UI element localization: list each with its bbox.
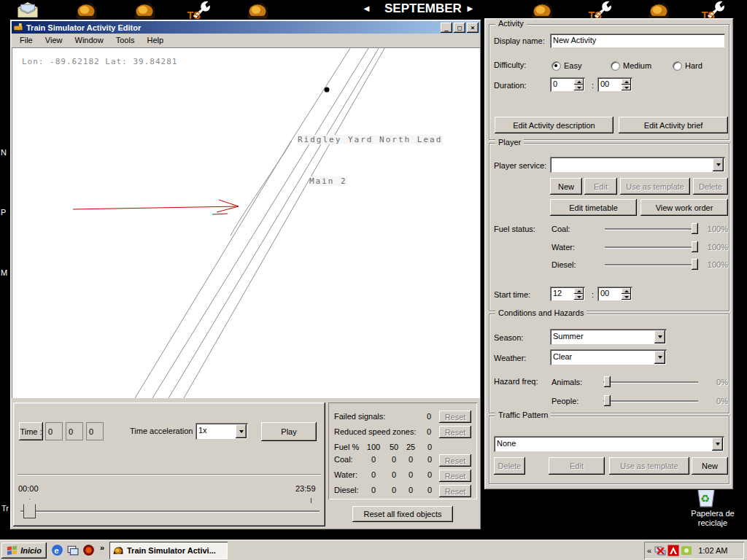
- difficulty-medium-label[interactable]: Medium: [623, 61, 651, 70]
- time-acceleration-select[interactable]: 1x: [196, 423, 248, 440]
- difficulty-easy-label[interactable]: Easy: [564, 61, 581, 70]
- difficulty-hard-label[interactable]: Hard: [685, 61, 703, 70]
- chevron-down-icon[interactable]: [236, 424, 247, 438]
- train-sim-icon[interactable]: [646, 1, 672, 20]
- people-slider-thumb[interactable]: [604, 395, 611, 406]
- spin-down-icon[interactable]: [574, 85, 584, 90]
- quick-launch-app-icon[interactable]: [82, 544, 95, 556]
- recycle-bin-label[interactable]: Papelera de: [678, 509, 747, 518]
- reset-coal-button[interactable]: Reset: [439, 454, 471, 467]
- edit-timetable-button[interactable]: Edit timetable: [550, 199, 637, 216]
- clock[interactable]: 1:02 AM: [698, 546, 727, 555]
- difficulty-hard-radio[interactable]: [673, 61, 682, 71]
- title-bar[interactable]: Train Simulator Activity Editor _ □ ×: [12, 21, 480, 34]
- menu-tools[interactable]: Tools: [111, 34, 140, 46]
- traffic-edit-button[interactable]: Edit: [549, 457, 605, 475]
- spin-down-icon[interactable]: [622, 294, 631, 300]
- player-new-button[interactable]: New: [550, 178, 582, 195]
- people-slider-track[interactable]: [603, 400, 698, 402]
- difficulty-medium-radio[interactable]: [611, 61, 620, 71]
- time-slider-track[interactable]: [20, 510, 320, 512]
- traffic-delete-button[interactable]: Delete: [494, 457, 525, 475]
- time-hours-field[interactable]: 0: [45, 422, 63, 440]
- weather-select[interactable]: Clear: [550, 349, 667, 365]
- chevron-down-icon[interactable]: [654, 351, 665, 364]
- antivirus-icon[interactable]: [667, 545, 679, 556]
- reset-diesel-button[interactable]: Reset: [439, 485, 471, 497]
- calendar-prev-icon[interactable]: ◄: [362, 3, 371, 14]
- train-sim-icon[interactable]: [244, 1, 271, 20]
- season-select[interactable]: Summer: [550, 329, 667, 345]
- duration-minutes-value: 00: [600, 79, 609, 88]
- diesel-slider-track[interactable]: [605, 264, 698, 265]
- duration-minutes-spinner[interactable]: 00: [597, 77, 632, 92]
- ts-tools-icon[interactable]: TS: [587, 0, 614, 20]
- quick-launch-overflow-chevron[interactable]: »: [100, 543, 104, 552]
- reset-all-fixed-objects-button[interactable]: Reset all fixed objects: [352, 506, 453, 522]
- ts-tools-icon[interactable]: TS: [700, 0, 727, 20]
- route-map-view[interactable]: Lon: -89.62182 Lat: 39.84281 Ridgley Yar…: [12, 47, 480, 398]
- time-minutes-field[interactable]: 0: [66, 422, 83, 440]
- failed-signals-label: Failed signals:: [334, 412, 385, 421]
- menu-help[interactable]: Help: [142, 34, 169, 46]
- coal-slider-track[interactable]: [605, 228, 698, 230]
- chevron-down-icon[interactable]: [712, 438, 723, 451]
- edit-activity-description-button[interactable]: Edit Activity description: [495, 117, 614, 133]
- recycle-bin-label[interactable]: reciclaje: [678, 518, 747, 527]
- network-disconnected-icon[interactable]: [654, 545, 666, 556]
- reset-reduced-speed-button[interactable]: Reset: [439, 426, 471, 438]
- calendar-next-icon[interactable]: ►: [465, 3, 475, 14]
- duration-hours-spinner[interactable]: 0: [550, 77, 585, 92]
- menu-file[interactable]: File: [15, 34, 38, 46]
- edit-activity-brief-button[interactable]: Edit Activity brief: [619, 117, 728, 133]
- start-button[interactable]: Inicio: [1, 542, 47, 559]
- water-slider-track[interactable]: [605, 246, 698, 248]
- coal-slider-thumb[interactable]: [692, 223, 698, 234]
- train-sim-icon[interactable]: [131, 1, 158, 20]
- show-desktop-icon[interactable]: [66, 544, 79, 556]
- traffic-pattern-select[interactable]: None: [494, 436, 724, 452]
- animals-slider-track[interactable]: [603, 381, 698, 383]
- display-name-input[interactable]: New Activity: [550, 34, 725, 48]
- start-time-minutes-spinner[interactable]: 00: [597, 287, 632, 301]
- player-delete-button[interactable]: Delete: [693, 178, 728, 195]
- minimize-button[interactable]: _: [441, 23, 452, 33]
- chevron-down-icon[interactable]: [654, 330, 665, 343]
- spin-down-icon[interactable]: [574, 294, 584, 300]
- ts-tools-icon[interactable]: TS: [186, 0, 212, 20]
- animals-slider-thumb[interactable]: [604, 376, 611, 387]
- spin-up-icon[interactable]: [622, 79, 631, 85]
- view-work-order-button[interactable]: View work order: [640, 199, 728, 216]
- slider-tick: [311, 498, 311, 503]
- time-slider-thumb[interactable]: [23, 499, 36, 518]
- spin-up-icon[interactable]: [622, 288, 631, 294]
- volume-icon[interactable]: [681, 545, 692, 556]
- maximize-button[interactable]: □: [454, 23, 465, 33]
- mail-icon[interactable]: [15, 1, 41, 20]
- player-use-as-template-button[interactable]: Use as template: [620, 178, 690, 195]
- traffic-use-as-template-button[interactable]: Use as template: [609, 457, 689, 475]
- player-edit-button[interactable]: Edit: [584, 178, 617, 195]
- difficulty-easy-radio[interactable]: [551, 61, 561, 71]
- spin-down-icon[interactable]: [622, 85, 631, 90]
- close-button[interactable]: ×: [467, 23, 479, 33]
- train-sim-icon[interactable]: [529, 1, 555, 20]
- start-time-hours-spinner[interactable]: 12: [550, 287, 585, 301]
- chevron-down-icon[interactable]: [713, 158, 724, 171]
- reset-water-button[interactable]: Reset: [439, 470, 471, 482]
- menu-view[interactable]: View: [40, 34, 68, 46]
- tray-chevron[interactable]: «: [647, 546, 651, 555]
- player-service-select[interactable]: [550, 157, 725, 173]
- internet-explorer-icon[interactable]: e: [51, 544, 63, 556]
- play-button[interactable]: Play: [261, 422, 317, 441]
- water-slider-thumb[interactable]: [692, 241, 698, 252]
- spin-up-icon[interactable]: [574, 79, 584, 85]
- menu-window[interactable]: Window: [70, 34, 109, 46]
- spin-up-icon[interactable]: [574, 288, 584, 294]
- train-sim-icon[interactable]: [73, 1, 99, 20]
- traffic-new-button[interactable]: New: [692, 457, 728, 475]
- diesel-slider-thumb[interactable]: [692, 259, 698, 270]
- reset-failed-signals-button[interactable]: Reset: [439, 411, 471, 423]
- task-button-train-simulator[interactable]: Train Simulator Activi...: [109, 542, 228, 559]
- time-seconds-field[interactable]: 0: [86, 422, 104, 440]
